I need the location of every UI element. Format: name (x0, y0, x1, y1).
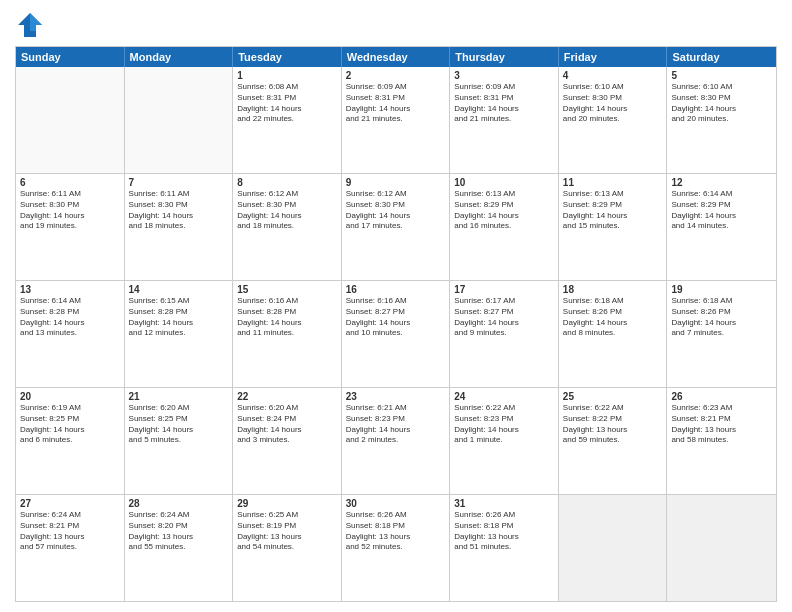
cell-info-line: Sunrise: 6:20 AM (129, 403, 229, 414)
cell-info-line: and 10 minutes. (346, 328, 446, 339)
day-number: 8 (237, 177, 337, 188)
cell-info-line: Daylight: 13 hours (454, 532, 554, 543)
cell-info-line: Sunrise: 6:20 AM (237, 403, 337, 414)
cell-info-line: Daylight: 14 hours (346, 211, 446, 222)
cell-info-line: Daylight: 14 hours (20, 318, 120, 329)
cell-info-line: Sunrise: 6:14 AM (20, 296, 120, 307)
cell-info-line: and 19 minutes. (20, 221, 120, 232)
cell-info-line: and 57 minutes. (20, 542, 120, 553)
cell-info-line: Daylight: 14 hours (563, 104, 663, 115)
calendar-cell: 9Sunrise: 6:12 AMSunset: 8:30 PMDaylight… (342, 174, 451, 280)
calendar-cell: 8Sunrise: 6:12 AMSunset: 8:30 PMDaylight… (233, 174, 342, 280)
calendar-body: 1Sunrise: 6:08 AMSunset: 8:31 PMDaylight… (16, 67, 776, 601)
cell-info-line: Daylight: 14 hours (454, 211, 554, 222)
cell-info-line: Daylight: 13 hours (346, 532, 446, 543)
cell-info-line: Sunrise: 6:16 AM (237, 296, 337, 307)
cell-info-line: Sunset: 8:30 PM (346, 200, 446, 211)
cell-info-line: Sunset: 8:29 PM (671, 200, 772, 211)
cell-info-line: Sunset: 8:21 PM (20, 521, 120, 532)
calendar-week-row: 1Sunrise: 6:08 AMSunset: 8:31 PMDaylight… (16, 67, 776, 173)
cell-info-line: Sunrise: 6:13 AM (563, 189, 663, 200)
cell-info-line: Sunrise: 6:18 AM (671, 296, 772, 307)
day-number: 24 (454, 391, 554, 402)
day-number: 7 (129, 177, 229, 188)
calendar-cell: 12Sunrise: 6:14 AMSunset: 8:29 PMDayligh… (667, 174, 776, 280)
cell-info-line: Daylight: 14 hours (563, 211, 663, 222)
day-number: 19 (671, 284, 772, 295)
calendar-header-cell: Thursday (450, 47, 559, 67)
cell-info-line: and 17 minutes. (346, 221, 446, 232)
cell-info-line: and 22 minutes. (237, 114, 337, 125)
cell-info-line: and 16 minutes. (454, 221, 554, 232)
svg-marker-1 (30, 13, 42, 31)
calendar-cell: 31Sunrise: 6:26 AMSunset: 8:18 PMDayligh… (450, 495, 559, 601)
cell-info-line: and 52 minutes. (346, 542, 446, 553)
day-number: 11 (563, 177, 663, 188)
cell-info-line: Daylight: 14 hours (129, 211, 229, 222)
calendar-header-cell: Saturday (667, 47, 776, 67)
cell-info-line: Sunset: 8:26 PM (671, 307, 772, 318)
calendar-cell: 14Sunrise: 6:15 AMSunset: 8:28 PMDayligh… (125, 281, 234, 387)
cell-info-line: Daylight: 13 hours (20, 532, 120, 543)
cell-info-line: Sunrise: 6:11 AM (129, 189, 229, 200)
cell-info-line: Sunset: 8:26 PM (563, 307, 663, 318)
day-number: 29 (237, 498, 337, 509)
cell-info-line: Daylight: 14 hours (671, 318, 772, 329)
day-number: 16 (346, 284, 446, 295)
cell-info-line: Daylight: 13 hours (129, 532, 229, 543)
cell-info-line: Daylight: 14 hours (454, 318, 554, 329)
day-number: 25 (563, 391, 663, 402)
calendar-cell (16, 67, 125, 173)
cell-info-line: and 18 minutes. (129, 221, 229, 232)
cell-info-line: Daylight: 13 hours (671, 425, 772, 436)
cell-info-line: Sunset: 8:18 PM (454, 521, 554, 532)
logo-icon (15, 10, 45, 40)
day-number: 2 (346, 70, 446, 81)
cell-info-line: Daylight: 14 hours (237, 104, 337, 115)
cell-info-line: Sunset: 8:23 PM (454, 414, 554, 425)
cell-info-line: Sunrise: 6:19 AM (20, 403, 120, 414)
cell-info-line: Daylight: 14 hours (129, 318, 229, 329)
cell-info-line: Sunrise: 6:22 AM (454, 403, 554, 414)
calendar-cell: 1Sunrise: 6:08 AMSunset: 8:31 PMDaylight… (233, 67, 342, 173)
calendar-cell: 15Sunrise: 6:16 AMSunset: 8:28 PMDayligh… (233, 281, 342, 387)
cell-info-line: Sunset: 8:20 PM (129, 521, 229, 532)
day-number: 10 (454, 177, 554, 188)
cell-info-line: and 7 minutes. (671, 328, 772, 339)
cell-info-line: and 9 minutes. (454, 328, 554, 339)
cell-info-line: Sunset: 8:27 PM (346, 307, 446, 318)
calendar-cell: 10Sunrise: 6:13 AMSunset: 8:29 PMDayligh… (450, 174, 559, 280)
calendar-cell: 13Sunrise: 6:14 AMSunset: 8:28 PMDayligh… (16, 281, 125, 387)
calendar-cell: 4Sunrise: 6:10 AMSunset: 8:30 PMDaylight… (559, 67, 668, 173)
cell-info-line: Sunrise: 6:26 AM (346, 510, 446, 521)
day-number: 17 (454, 284, 554, 295)
calendar-cell: 21Sunrise: 6:20 AMSunset: 8:25 PMDayligh… (125, 388, 234, 494)
cell-info-line: Sunset: 8:28 PM (237, 307, 337, 318)
cell-info-line: Daylight: 14 hours (671, 211, 772, 222)
cell-info-line: and 2 minutes. (346, 435, 446, 446)
day-number: 27 (20, 498, 120, 509)
cell-info-line: and 13 minutes. (20, 328, 120, 339)
day-number: 30 (346, 498, 446, 509)
cell-info-line: Daylight: 14 hours (346, 425, 446, 436)
cell-info-line: Sunset: 8:25 PM (129, 414, 229, 425)
calendar-cell: 3Sunrise: 6:09 AMSunset: 8:31 PMDaylight… (450, 67, 559, 173)
logo (15, 10, 49, 40)
cell-info-line: and 54 minutes. (237, 542, 337, 553)
cell-info-line: Sunset: 8:30 PM (237, 200, 337, 211)
calendar-cell: 24Sunrise: 6:22 AMSunset: 8:23 PMDayligh… (450, 388, 559, 494)
cell-info-line: Sunset: 8:29 PM (563, 200, 663, 211)
calendar-header-cell: Wednesday (342, 47, 451, 67)
cell-info-line: Daylight: 14 hours (454, 425, 554, 436)
cell-info-line: Daylight: 14 hours (563, 318, 663, 329)
calendar-cell: 28Sunrise: 6:24 AMSunset: 8:20 PMDayligh… (125, 495, 234, 601)
cell-info-line: Daylight: 14 hours (346, 104, 446, 115)
calendar-cell: 2Sunrise: 6:09 AMSunset: 8:31 PMDaylight… (342, 67, 451, 173)
calendar-cell: 6Sunrise: 6:11 AMSunset: 8:30 PMDaylight… (16, 174, 125, 280)
cell-info-line: Daylight: 14 hours (454, 104, 554, 115)
day-number: 14 (129, 284, 229, 295)
calendar-cell: 5Sunrise: 6:10 AMSunset: 8:30 PMDaylight… (667, 67, 776, 173)
cell-info-line: Daylight: 13 hours (237, 532, 337, 543)
day-number: 5 (671, 70, 772, 81)
cell-info-line: Sunrise: 6:12 AM (346, 189, 446, 200)
